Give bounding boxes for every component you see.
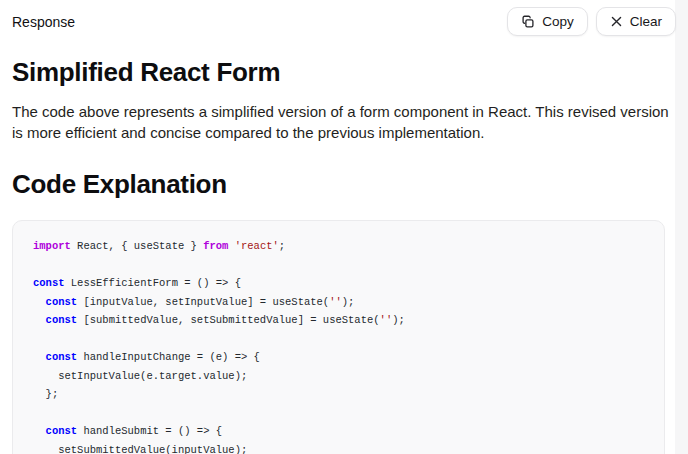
panel-title: Response bbox=[12, 14, 75, 30]
header-actions: Copy Clear bbox=[507, 7, 676, 36]
copy-icon bbox=[521, 15, 535, 29]
code-line bbox=[33, 330, 644, 349]
panel-header: Response Copy Clear bbox=[12, 0, 676, 36]
code-line: setInputValue(e.target.value); bbox=[33, 367, 644, 386]
clear-button[interactable]: Clear bbox=[596, 7, 676, 36]
code-line: }; bbox=[33, 385, 644, 404]
copy-button-label: Copy bbox=[542, 14, 574, 29]
response-panel: Response Copy Clear bbox=[0, 0, 688, 454]
copy-button[interactable]: Copy bbox=[507, 7, 588, 36]
clear-button-label: Clear bbox=[630, 14, 662, 29]
code-line: import React, { useState } from 'react'; bbox=[33, 237, 644, 256]
x-icon bbox=[610, 15, 623, 28]
code-block-card: import React, { useState } from 'react';… bbox=[12, 220, 665, 454]
description-text: The code above represents a simplified v… bbox=[12, 101, 672, 143]
code-line: const handleInputChange = (e) => { bbox=[33, 348, 644, 367]
code-line bbox=[33, 256, 644, 275]
code-line: const handleSubmit = () => { bbox=[33, 422, 644, 441]
code-line: const LessEfficientForm = () => { bbox=[33, 274, 644, 293]
code-line bbox=[33, 404, 644, 423]
section-title: Code Explanation bbox=[12, 169, 676, 200]
code-content: import React, { useState } from 'react';… bbox=[33, 237, 644, 454]
page-title: Simplified React Form bbox=[12, 57, 676, 88]
code-line: const [inputValue, setInputValue] = useS… bbox=[33, 293, 644, 312]
code-line: const [submittedValue, setSubmittedValue… bbox=[33, 311, 644, 330]
code-line: setSubmittedValue(inputValue); bbox=[33, 441, 644, 454]
